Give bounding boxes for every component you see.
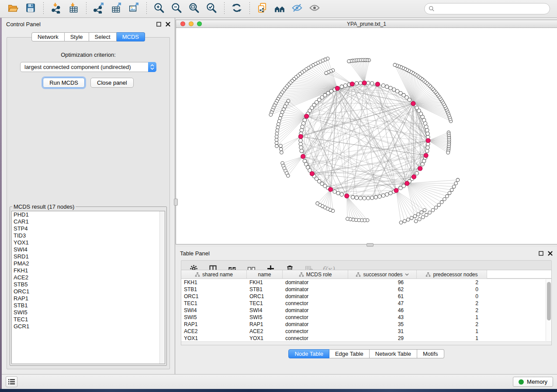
show-all-button[interactable]: [306, 1, 323, 16]
run-mcds-button[interactable]: Run MCDS: [43, 78, 85, 88]
table-panel: Table Panel f(x) shared namenameMCDS rol…: [176, 247, 557, 374]
mcds-hub-node[interactable]: [345, 194, 349, 198]
mcds-result-list[interactable]: PHD1CAR1STP4TID3YOX1SWI4SRD1PMA2FKH1ACE2…: [11, 211, 165, 364]
table-tab-network-table[interactable]: Network Table: [370, 349, 417, 358]
table-vertical-scrollbar[interactable]: [546, 279, 551, 341]
mcds-result-item[interactable]: ORC1: [12, 288, 165, 295]
network-canvas[interactable]: [176, 28, 557, 244]
mcds-hub-node[interactable]: [304, 114, 309, 118]
mcds-hub-node[interactable]: [418, 166, 422, 171]
table-row[interactable]: SWI5SWI5connector431: [181, 314, 551, 321]
column-header-MCDS-role[interactable]: MCDS role: [283, 270, 348, 279]
table-row[interactable]: RAP1RAP1dominator352: [181, 321, 551, 328]
mcds-result-item[interactable]: PMA2: [12, 260, 165, 267]
table-tab-edge-table[interactable]: Edge Table: [329, 349, 370, 358]
horizontal-splitter[interactable]: [176, 244, 557, 247]
mcds-result-item[interactable]: TEC1: [12, 316, 165, 323]
close-panel-icon[interactable]: [166, 22, 170, 27]
cell-successor-nodes: 29: [348, 335, 417, 342]
cell-shared-name: ORC1: [181, 293, 247, 300]
table-row[interactable]: YOX1YOX1connector291: [181, 335, 551, 342]
zoom-out-button[interactable]: [168, 1, 185, 16]
zoom-in-button[interactable]: [150, 1, 168, 16]
mcds-hub-node[interactable]: [350, 82, 354, 86]
result-list-scrollbar[interactable]: [159, 211, 165, 364]
close-table-panel-icon[interactable]: [548, 251, 553, 256]
mcds-hub-node[interactable]: [411, 101, 415, 106]
mcds-result-item[interactable]: RAP1: [12, 295, 165, 302]
column-header-predecessor-nodes[interactable]: predecessor nodes: [417, 270, 487, 279]
table-row[interactable]: ORC1ORC1dominator610: [181, 293, 551, 300]
save-session-button[interactable]: [22, 1, 39, 16]
tab-mcds[interactable]: MCDS: [117, 32, 145, 41]
table-row[interactable]: FKH1FKH1dominator962: [181, 279, 551, 286]
table-row[interactable]: SWI4SWI4dominator462: [181, 307, 551, 314]
mcds-hub-node[interactable]: [310, 172, 314, 176]
open-file-button[interactable]: [4, 1, 22, 16]
mcds-hub-node[interactable]: [298, 134, 303, 139]
tab-network[interactable]: Network: [31, 32, 65, 41]
mcds-result-item[interactable]: TID3: [12, 232, 165, 239]
import-network-button[interactable]: [47, 1, 65, 16]
mcds-result-item[interactable]: YOX1: [12, 239, 165, 246]
export-table-button[interactable]: [107, 1, 125, 16]
mcds-hub-node[interactable]: [394, 188, 398, 193]
export-image-button[interactable]: [125, 1, 142, 16]
mcds-hub-node[interactable]: [426, 138, 430, 143]
zoom-fit-button[interactable]: [185, 1, 203, 16]
first-neighbors-button[interactable]: [271, 1, 288, 16]
table-row[interactable]: TEC1TEC1connector472: [181, 300, 551, 307]
mcds-result-item[interactable]: SWI5: [12, 309, 165, 316]
search-input[interactable]: [437, 6, 546, 12]
table-row[interactable]: ACE2ACE2connector311: [181, 328, 551, 335]
mcds-hub-node[interactable]: [424, 153, 428, 158]
column-label: predecessor nodes: [433, 272, 477, 278]
vertical-splitter-grip[interactable]: [174, 199, 178, 206]
memory-button[interactable]: Memory: [513, 377, 553, 387]
table-tab-node-table[interactable]: Node Table: [288, 349, 329, 358]
mcds-result-item[interactable]: CAR1: [12, 218, 165, 225]
table-tab-motifs[interactable]: Motifs: [417, 349, 444, 358]
mcds-result-item[interactable]: SRD1: [12, 253, 165, 260]
import-table-button[interactable]: [65, 1, 82, 16]
column-header-name[interactable]: name: [247, 270, 283, 279]
mcds-hub-node[interactable]: [405, 181, 409, 186]
tab-select[interactable]: Select: [89, 32, 117, 41]
mcds-result-item[interactable]: STB1: [12, 302, 165, 309]
mcds-result-item[interactable]: GCR1: [12, 323, 165, 330]
export-network-icon: [93, 2, 104, 15]
float-table-panel-icon[interactable]: [539, 251, 543, 256]
new-network-from-selection-button[interactable]: [253, 1, 271, 16]
mcds-result-item[interactable]: STB5: [12, 281, 165, 288]
column-type-icon: [356, 272, 361, 277]
mcds-result-item[interactable]: PHD1: [12, 211, 165, 218]
export-network-button[interactable]: [90, 1, 107, 16]
network-window-titlebar[interactable]: YPA_prune.txt_1: [176, 20, 557, 28]
mcds-hub-node[interactable]: [375, 82, 380, 86]
table-horizontal-scrollbar[interactable]: [181, 341, 551, 345]
table-scrollbar-thumb[interactable]: [547, 282, 551, 320]
mcds-hub-node[interactable]: [362, 81, 367, 85]
hide-selected-button[interactable]: [288, 1, 306, 16]
mcds-result-item[interactable]: ACE2: [12, 274, 165, 281]
criterion-dropdown[interactable]: largest connected component (undirected): [20, 62, 156, 72]
zoom-selected-button[interactable]: [203, 1, 220, 16]
mcds-result-item[interactable]: FKH1: [12, 267, 165, 274]
refresh-button[interactable]: [228, 1, 246, 16]
float-panel-icon[interactable]: [156, 22, 161, 27]
mcds-hub-node[interactable]: [301, 154, 305, 158]
mcds-hub-node[interactable]: [412, 175, 416, 179]
desktop-wallpaper-bottom: [0, 389, 557, 392]
close-panel-button[interactable]: Close panel: [90, 78, 134, 88]
mcds-result-item[interactable]: STP4: [12, 225, 165, 232]
column-header-shared-name[interactable]: shared name: [181, 270, 247, 279]
column-header-successor-nodes[interactable]: successor nodes: [348, 270, 417, 279]
table-row[interactable]: STB1STB1dominator620: [181, 286, 551, 293]
panel-list-button[interactable]: [6, 376, 17, 387]
mcds-hub-node[interactable]: [335, 86, 339, 90]
tab-style[interactable]: Style: [65, 32, 89, 41]
mcds-result-item[interactable]: SWI4: [12, 246, 165, 253]
mcds-hub-node[interactable]: [329, 187, 333, 192]
horizontal-splitter-grip[interactable]: [367, 243, 374, 247]
cell-predecessor-nodes: 2: [417, 300, 487, 307]
